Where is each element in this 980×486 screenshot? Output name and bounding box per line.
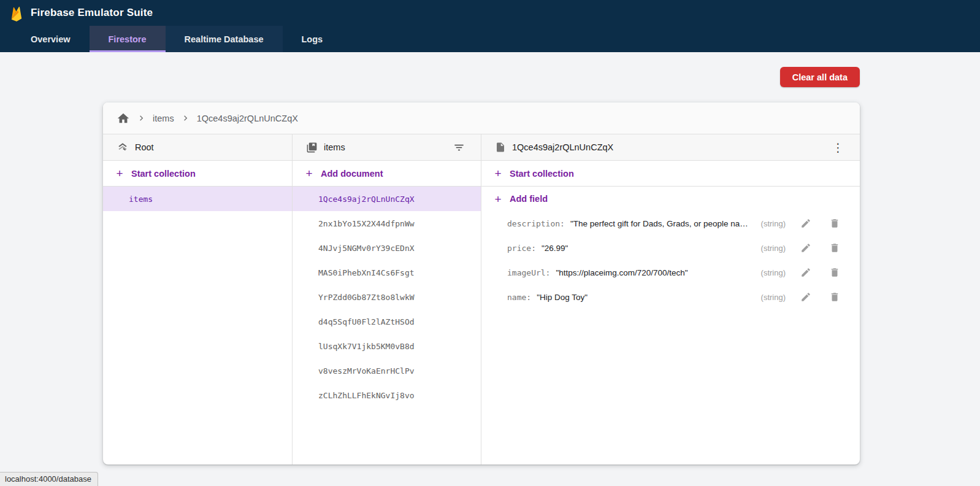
- add-icon: +: [492, 193, 503, 205]
- home-icon[interactable]: [117, 112, 130, 125]
- status-url-tooltip: localhost:4000/database: [0, 472, 98, 486]
- document-list-item[interactable]: YrPZdd0Gb87Zt8o8lwkW: [293, 285, 481, 309]
- collection-icon: [306, 142, 318, 153]
- document-list-item[interactable]: MAS0iPhebXnI4Cs6Fsgt: [293, 260, 481, 285]
- document-list-item[interactable]: 1Qce4s9aj2rQLnUnCZqX: [293, 187, 481, 211]
- tab-realtime-database[interactable]: Realtime Database: [166, 26, 283, 52]
- tab-bar: Overview Firestore Realtime Database Log…: [0, 26, 980, 52]
- field-value: "Hip Dog Toy": [537, 293, 588, 302]
- field-value: "The perfect gift for Dads, Grads, or pe…: [570, 219, 755, 228]
- document-list-item[interactable]: 2nx1bYo15X2X44dfpnWw: [293, 211, 481, 236]
- edit-field-icon[interactable]: [800, 242, 811, 253]
- collection-panel-title: items: [324, 142, 453, 152]
- field-value: "26.99": [542, 244, 568, 253]
- field-value: "https://placeimg.com/720/700/tech": [556, 268, 687, 277]
- field-key: price:: [507, 244, 536, 253]
- edit-field-icon[interactable]: [800, 291, 811, 303]
- firebase-logo-icon: [10, 6, 25, 23]
- main-content: Clear all data items 1Qce4s9aj2rQLnUnCZq…: [0, 52, 980, 465]
- clear-all-data-button[interactable]: Clear all data: [780, 67, 860, 87]
- delete-field-icon[interactable]: [829, 218, 840, 229]
- tab-logs[interactable]: Logs: [283, 26, 342, 52]
- add-icon: +: [114, 168, 125, 179]
- field-row: name: "Hip Dog Toy" (string): [481, 285, 860, 309]
- field-row: imageUrl: "https://placeimg.com/720/700/…: [481, 260, 860, 285]
- field-type: (string): [755, 219, 786, 228]
- document-list-item[interactable]: d4q5SqfU0Fl2lAZtHSOd: [293, 309, 481, 334]
- delete-field-icon[interactable]: [829, 242, 840, 253]
- breadcrumb: items 1Qce4s9aj2rQLnUnCZqX: [103, 102, 860, 134]
- add-icon: +: [304, 168, 315, 179]
- add-field-button[interactable]: + Add field: [481, 187, 860, 211]
- field-type: (string): [755, 268, 786, 277]
- document-list-item[interactable]: lUsqXk7V1jkb5KM0vB8d: [293, 334, 481, 358]
- document-icon: [495, 142, 506, 153]
- field-type: (string): [755, 244, 786, 253]
- app-header: Firebase Emulator Suite Overview Firesto…: [0, 0, 980, 52]
- firestore-card: items 1Qce4s9aj2rQLnUnCZqX: [103, 102, 860, 465]
- breadcrumb-document[interactable]: 1Qce4s9aj2rQLnUnCZqX: [197, 114, 298, 123]
- document-list-item[interactable]: v8veszMrVoKaEnrHClPv: [293, 358, 481, 383]
- app-title: Firebase Emulator Suite: [31, 7, 153, 19]
- edit-field-icon[interactable]: [800, 218, 811, 229]
- edit-field-icon[interactable]: [800, 267, 811, 278]
- root-panel-title: Root: [135, 142, 276, 152]
- delete-field-icon[interactable]: [829, 267, 840, 278]
- collection-list-item[interactable]: items: [103, 187, 292, 211]
- field-key: description:: [507, 219, 565, 228]
- document-list-item[interactable]: 4NJvj5NGMv0rY39cEDnX: [293, 236, 481, 260]
- start-collection-button[interactable]: + Start collection: [103, 161, 292, 187]
- start-collection-button[interactable]: + Start collection: [481, 161, 860, 187]
- collection-panel: items + Add document 1Qce4s9aj2rQLnUnCZq…: [293, 134, 481, 465]
- tab-firestore[interactable]: Firestore: [90, 26, 166, 52]
- firestore-root-icon: [117, 141, 129, 153]
- field-row: price: "26.99" (string): [481, 236, 860, 260]
- document-panel-title: 1Qce4s9aj2rQLnUnCZqX: [512, 142, 832, 152]
- field-key: name:: [507, 293, 531, 302]
- delete-field-icon[interactable]: [829, 291, 840, 303]
- chevron-right-icon: [180, 113, 191, 123]
- document-list-item[interactable]: zCLhZhLLFhEkNGvIj8vo: [293, 383, 481, 407]
- field-key: imageUrl:: [507, 268, 550, 277]
- tab-overview[interactable]: Overview: [12, 26, 90, 52]
- add-document-button[interactable]: + Add document: [293, 161, 481, 187]
- field-row: description: "The perfect gift for Dads,…: [481, 211, 860, 236]
- chevron-right-icon: [136, 113, 147, 123]
- document-panel: 1Qce4s9aj2rQLnUnCZqX ⋮ + Start collectio…: [481, 134, 860, 465]
- kebab-menu-icon[interactable]: ⋮: [832, 142, 844, 153]
- field-type: (string): [755, 293, 786, 302]
- filter-icon[interactable]: [453, 142, 465, 153]
- root-panel: Root + Start collection items: [103, 134, 293, 465]
- breadcrumb-collection[interactable]: items: [153, 114, 174, 123]
- add-icon: +: [492, 168, 503, 179]
